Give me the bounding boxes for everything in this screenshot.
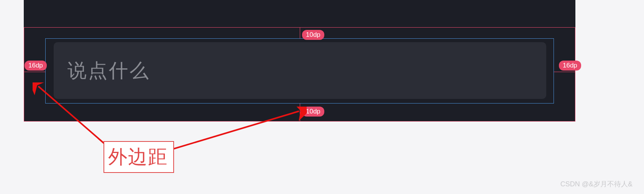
margin-tick-left: [24, 72, 45, 72]
svg-line-0: [38, 86, 111, 150]
placeholder-text: 说点什么: [67, 58, 150, 84]
margin-badge-left: 16dp: [25, 61, 47, 71]
margin-tick-right: [554, 72, 575, 72]
annotation-label: 外边距: [104, 141, 174, 173]
margin-badge-right: 16dp: [559, 61, 581, 71]
margin-tick-top: [300, 27, 300, 38]
comment-input[interactable]: 说点什么: [54, 42, 546, 99]
svg-line-1: [161, 111, 299, 153]
margin-badge-top: 10dp: [302, 30, 324, 40]
watermark-text: CSDN @&岁月不待人&: [560, 179, 632, 189]
annotation-arrow-right: [153, 107, 307, 156]
